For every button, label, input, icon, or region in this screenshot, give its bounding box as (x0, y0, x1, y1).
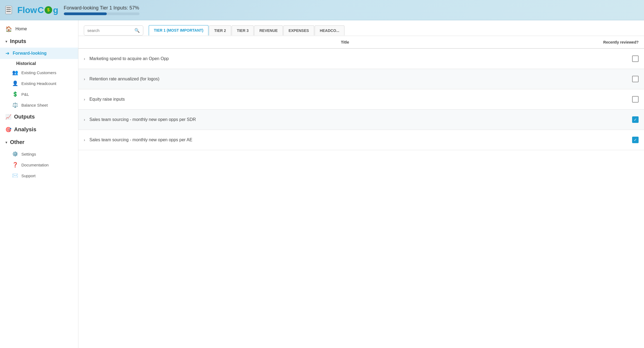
existing-customers-label: Existing Customers (21, 70, 56, 75)
existing-customers-icon: 👥 (12, 70, 18, 75)
other-chevron: ▾ (5, 140, 7, 145)
row-chevron-4[interactable]: › (84, 117, 85, 122)
sidebar-item-home[interactable]: 🏠 Home (0, 23, 78, 35)
search-input[interactable] (87, 28, 132, 33)
row-title-1: Marketing spend to acquire an Open Opp (89, 56, 595, 61)
logo-coin-icon: $ (45, 6, 52, 14)
progress-bar-fill (64, 12, 107, 15)
row-chevron-1[interactable]: › (84, 57, 85, 61)
logo-text-3: g (53, 5, 58, 15)
main-layout: 🏠 Home ▾ Inputs ➜ Forward-looking Histor… (0, 20, 644, 348)
sidebar-item-settings[interactable]: ⚙️ Settings (0, 149, 78, 159)
existing-headcount-icon: 👤 (12, 80, 18, 86)
checkbox-checked-4[interactable]: ✓ (632, 116, 639, 123)
table-area: › Marketing spend to acquire an Open Opp… (78, 49, 644, 348)
sidebar-item-existing-headcount[interactable]: 👤 Existing Headcount (0, 78, 78, 89)
hamburger-button[interactable]: ☰ (5, 6, 12, 14)
settings-icon: ⚙️ (12, 151, 18, 157)
tab-bar: 🔍 TIER 1 (MOST IMPORTANT) TIER 2 TIER 3 … (78, 20, 644, 36)
sidebar-item-support[interactable]: ✉️ Support (0, 170, 78, 181)
documentation-icon: ❓ (12, 162, 18, 168)
row-checkbox-3[interactable] (595, 96, 639, 103)
row-chevron-5[interactable]: › (84, 138, 85, 142)
table-header: Title Recently reviewed? (78, 36, 644, 49)
tab-tier1[interactable]: TIER 1 (MOST IMPORTANT) (149, 25, 208, 36)
row-checkbox-1[interactable] (595, 55, 639, 62)
content-area: 🔍 TIER 1 (MOST IMPORTANT) TIER 2 TIER 3 … (78, 20, 644, 348)
sidebar-item-balance-sheet[interactable]: ⚖️ Balance Sheet (0, 100, 78, 110)
analysis-icon: 🎯 (5, 127, 11, 133)
table-row: › Marketing spend to acquire an Open Opp (78, 49, 644, 69)
table-row: › Sales team sourcing - monthly new open… (78, 130, 644, 150)
balance-sheet-label: Balance Sheet (21, 103, 48, 107)
forward-looking-arrow-icon: ➜ (5, 50, 9, 56)
row-checkbox-4[interactable]: ✓ (595, 116, 639, 123)
row-title-5: Sales team sourcing - monthly new open o… (89, 137, 595, 142)
col-reviewed: Recently reviewed? (595, 40, 639, 44)
analysis-label: Analysis (14, 126, 36, 133)
checkbox-empty-2[interactable] (632, 76, 639, 82)
pnl-icon: 💲 (12, 91, 18, 97)
table-row: › Equity raise inputs (78, 89, 644, 110)
settings-label: Settings (21, 152, 36, 156)
sidebar-item-pnl[interactable]: 💲 P&L (0, 89, 78, 100)
tab-expenses[interactable]: EXPENSES (283, 25, 314, 35)
logo-text-2: C (38, 5, 44, 15)
tab-headcount[interactable]: HEADCO... (315, 25, 344, 35)
inputs-label: Inputs (10, 38, 26, 44)
sidebar-section-analysis[interactable]: 🎯 Analysis (0, 123, 78, 136)
logo: Flow C $ g (17, 5, 58, 15)
home-label: Home (15, 27, 27, 31)
row-checkbox-5[interactable]: ✓ (595, 137, 639, 143)
row-chevron-2[interactable]: › (84, 77, 85, 81)
documentation-label: Documentation (21, 163, 49, 167)
tab-revenue[interactable]: REVENUE (254, 25, 283, 35)
home-icon: 🏠 (5, 26, 12, 32)
sidebar-section-other[interactable]: ▾ Other (0, 136, 78, 149)
tab-tier3[interactable]: TIER 3 (232, 25, 254, 35)
top-header: ☰ Flow C $ g Forward-looking Tier 1 Inpu… (0, 0, 644, 20)
checkbox-empty-1[interactable] (632, 55, 639, 62)
sidebar-section-outputs[interactable]: 📈 Outputs (0, 110, 78, 123)
row-title-3: Equity raise inputs (89, 97, 595, 102)
sidebar-section-inputs[interactable]: ▾ Inputs (0, 35, 78, 48)
sidebar-item-documentation[interactable]: ❓ Documentation (0, 159, 78, 170)
historical-label: Historical (0, 59, 78, 67)
forward-looking-label: Forward-looking (13, 51, 47, 56)
sidebar-item-existing-customers[interactable]: 👥 Existing Customers (0, 67, 78, 78)
sidebar: 🏠 Home ▾ Inputs ➜ Forward-looking Histor… (0, 20, 78, 348)
tab-tier2[interactable]: TIER 2 (209, 25, 231, 35)
row-title-4: Sales team sourcing - monthly new open o… (89, 117, 595, 122)
outputs-label: Outputs (14, 114, 35, 120)
progress-label: Forward-looking Tier 1 Inputs: 57% (64, 5, 140, 11)
other-label: Other (10, 139, 24, 145)
support-label: Support (21, 173, 36, 178)
table-row: › Retention rate annualized (for logos) (78, 69, 644, 89)
progress-section: Forward-looking Tier 1 Inputs: 57% (64, 5, 140, 15)
table-row: › Sales team sourcing - monthly new open… (78, 110, 644, 130)
row-chevron-3[interactable]: › (84, 97, 85, 101)
row-checkbox-2[interactable] (595, 76, 639, 82)
checkbox-checked-5[interactable]: ✓ (632, 137, 639, 143)
checkbox-empty-3[interactable] (632, 96, 639, 103)
search-icon: 🔍 (134, 28, 140, 33)
col-title: Title (95, 40, 595, 44)
inputs-chevron: ▾ (5, 39, 7, 44)
progress-bar-container (64, 12, 140, 15)
existing-headcount-label: Existing Headcount (21, 81, 56, 86)
balance-sheet-icon: ⚖️ (12, 102, 18, 108)
search-box[interactable]: 🔍 (84, 25, 143, 35)
pnl-label: P&L (21, 92, 29, 97)
row-title-2: Retention rate annualized (for logos) (89, 77, 595, 81)
sidebar-item-forward-looking[interactable]: ➜ Forward-looking (0, 48, 78, 59)
logo-text-1: Flow (17, 5, 37, 15)
outputs-icon: 📈 (5, 114, 11, 120)
support-icon: ✉️ (12, 173, 18, 179)
